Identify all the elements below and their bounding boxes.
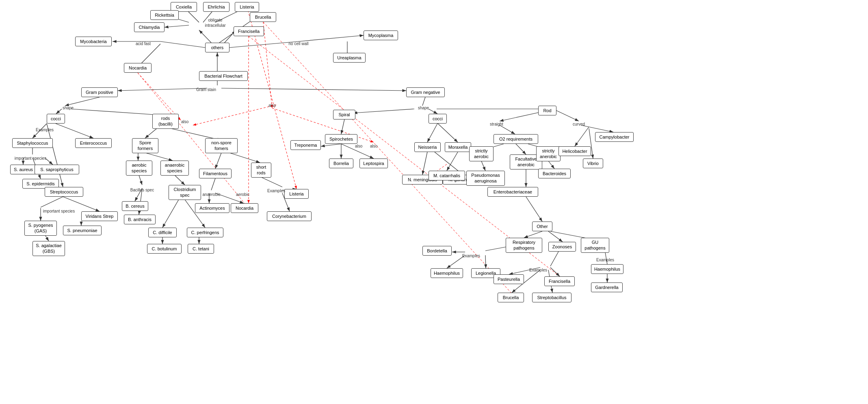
ehrlichia: Ehrlichia xyxy=(203,2,229,12)
chlamydia: Chlamydia xyxy=(134,22,165,32)
brucella-bottom: Brucella xyxy=(498,293,524,302)
curved: curved xyxy=(569,120,589,128)
actinomyces: Actinomyces xyxy=(195,203,229,213)
svg-line-52 xyxy=(175,175,185,185)
also-label2: also xyxy=(266,102,278,109)
svg-line-3 xyxy=(263,22,272,108)
b-anthracis: B. anthracis xyxy=(124,215,156,224)
acid-fast-label: acid fast xyxy=(132,40,154,48)
no-cell-wall-label: no cell wall xyxy=(284,40,313,48)
rods-bacilli: rods (bacilli) xyxy=(152,114,179,129)
svg-line-53 xyxy=(162,200,179,228)
svg-line-6 xyxy=(193,105,276,125)
svg-line-77 xyxy=(447,152,458,171)
spiral: Spiral xyxy=(333,110,355,119)
gram-stain: Gram stain xyxy=(191,85,221,93)
neisseria: Neisseria xyxy=(414,142,441,152)
obligate-intracellular: obligate intracellular xyxy=(199,15,232,30)
svg-line-21 xyxy=(160,41,205,48)
pseudomonas: Pseudomonas aeruginosa xyxy=(466,171,505,186)
rod: Rod xyxy=(538,106,556,115)
short-rods: short rods xyxy=(251,163,271,178)
svg-line-75 xyxy=(422,152,427,175)
m-catarrhalis: M. catarrhalis xyxy=(429,171,465,180)
vibrio: Vibrio xyxy=(583,159,603,168)
gardnerella: Gardnerella xyxy=(591,282,623,292)
gram-negative: Gram negative xyxy=(406,87,445,97)
nocardia-top: Nocardia xyxy=(124,63,152,73)
shape-left: shape xyxy=(59,104,77,112)
svg-line-57 xyxy=(215,153,221,169)
svg-line-66 xyxy=(353,109,414,113)
pasteurella: Pasteurella xyxy=(494,274,524,284)
important-species-staph: important species xyxy=(10,154,51,162)
svg-line-49 xyxy=(139,175,142,185)
shape-right: shape xyxy=(414,104,433,112)
svg-line-32 xyxy=(71,109,166,115)
others: others xyxy=(205,43,229,52)
s-aureus: S. aureus xyxy=(10,165,37,174)
examples-staph: Examples xyxy=(32,126,57,134)
c-perfringens: C. perfringens xyxy=(187,228,223,237)
c-botulinum: C. botulinum xyxy=(147,244,182,254)
cocci-right: cocci xyxy=(429,114,447,124)
svg-line-98 xyxy=(550,252,558,266)
c-difficile: C. difficile xyxy=(148,228,177,237)
other-entero: Other xyxy=(532,222,552,231)
svg-line-87 xyxy=(481,161,485,171)
svg-line-13 xyxy=(199,30,211,43)
rickettsia: Rickettsia xyxy=(150,10,179,20)
straight: straight xyxy=(485,120,508,128)
s-pneumoniae: S. pneumoniae xyxy=(63,226,102,235)
svg-line-48 xyxy=(145,153,173,161)
enterococcus: Enterococcus xyxy=(75,138,112,148)
svg-line-73 xyxy=(427,124,437,142)
svg-line-70 xyxy=(321,144,341,146)
clostridium-spec: Clostridium spec xyxy=(169,185,201,200)
enterobacteriaceae: Enterobacteriaceae xyxy=(487,187,538,197)
important-species-strep: important species xyxy=(39,207,79,215)
s-agalactiae: S. agalactiae (GBS) xyxy=(32,241,65,256)
bacillus-spec: Bacillus spec xyxy=(126,185,158,195)
svg-line-90 xyxy=(526,197,542,222)
c-tetani: C. tetani xyxy=(188,244,214,254)
examples-bordetella: Examples xyxy=(459,252,483,260)
svg-line-2 xyxy=(138,73,181,120)
francisella-top: Francisella xyxy=(234,26,264,36)
haemophilus-gu: Haemophilus xyxy=(591,264,623,274)
moraxella: Moraxella xyxy=(445,142,471,152)
svg-line-69 xyxy=(341,119,344,134)
svg-line-18 xyxy=(165,25,189,27)
non-spore-formers: non-spore fomers xyxy=(205,138,238,153)
treponema: Treponema xyxy=(290,140,321,150)
diagram: Bacterial FlowchartothersCoxiellaEhrlich… xyxy=(0,0,868,404)
filamentous: Filamentous xyxy=(199,169,232,178)
svg-line-58 xyxy=(229,153,260,163)
haemophilus-resp: Haemophilus xyxy=(431,268,463,278)
borrelia: Borrelia xyxy=(329,159,353,168)
svg-line-34 xyxy=(56,124,93,138)
svg-line-92 xyxy=(548,231,563,242)
gram-positive: Gram positive xyxy=(81,87,118,97)
corynebacterium: Corynebacterium xyxy=(267,211,312,221)
svg-line-59 xyxy=(211,178,215,190)
zoonoses: Zoonoses xyxy=(548,242,576,252)
svg-line-40 xyxy=(41,197,63,207)
respiratory-pathogens: Respiratory pathogens xyxy=(506,238,542,253)
svg-line-100 xyxy=(550,267,560,276)
helicobacter: Helicobacter xyxy=(558,146,591,156)
o2-requirements: O2 requirements xyxy=(494,134,538,144)
s-pyogenes: S. pyogenes (GAS) xyxy=(24,221,57,236)
bacterial-flowchart: Bacterial Flowchart xyxy=(199,71,248,81)
b-cereus: B. cereus xyxy=(122,201,148,211)
gu-pathogens: GU pathogens xyxy=(581,238,609,253)
svg-line-85 xyxy=(516,144,526,154)
anaerobic-actino: anaerobic xyxy=(198,190,225,198)
examples-gu: Examples xyxy=(593,256,617,264)
ureaplasma: Ureaplasma xyxy=(333,53,366,63)
svg-line-82 xyxy=(575,127,589,146)
also-label1: also xyxy=(179,118,191,126)
examples-short-rods: Examples xyxy=(264,187,288,195)
leptospira: Leptospira xyxy=(359,159,388,168)
streptobacillus: Streptobacillus xyxy=(532,293,571,302)
